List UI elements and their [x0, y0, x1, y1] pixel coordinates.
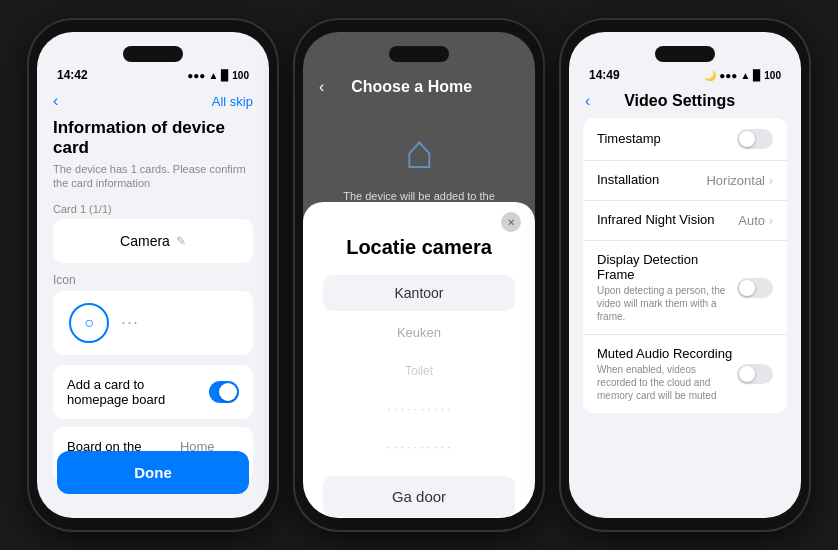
location-toilet[interactable]: Toilet [323, 354, 515, 388]
time-3: 14:49 [589, 68, 620, 82]
modal-title: Locatie camera [303, 232, 535, 275]
status-icons-3: 🌙 ●●● ▲ ▉ 100 [704, 70, 781, 81]
infrared-label: Infrared Night Vision [597, 212, 738, 227]
phone-1: 14:42 ●●● ▲ ▉ 100 ‹ All skip Information… [29, 20, 277, 530]
dynamic-island-1 [123, 46, 183, 62]
muted-audio-label: Muted Audio Recording [597, 346, 737, 361]
allskip-button[interactable]: All skip [212, 94, 253, 109]
modal-close-button[interactable]: ✕ [501, 212, 521, 232]
muted-audio-row: Muted Audio Recording When enabled, vide… [583, 335, 787, 413]
location-dots1: · · · · · · · · · · [323, 392, 515, 426]
battery-icon-1: ▉ [221, 70, 229, 81]
phone-3: 14:49 🌙 ●●● ▲ ▉ 100 ‹ Video Settings Tim… [561, 20, 809, 530]
battery-icon-3: ▉ [753, 70, 761, 81]
dynamic-island-3 [655, 46, 715, 62]
display-detection-row: Display Detection Frame Upon detecting a… [583, 241, 787, 335]
display-detection-sub: Upon detecting a person, the video will … [597, 284, 737, 323]
signal-icon-1: ●●● [187, 70, 205, 81]
ga-door-button[interactable]: Ga door [323, 476, 515, 517]
infrared-value: Auto [738, 213, 765, 228]
muted-audio-toggle[interactable] [737, 364, 773, 384]
nav-bar-1: ‹ All skip [37, 88, 269, 118]
add-card-row: Add a card to homepage board [53, 365, 253, 419]
moon-icon: 🌙 [704, 70, 716, 81]
dynamic-island-2 [389, 46, 449, 62]
installation-value: Horizontal [706, 173, 765, 188]
infrared-row[interactable]: Infrared Night Vision Auto › [583, 201, 787, 241]
house-icon: ⌂ [405, 124, 434, 179]
display-detection-label: Display Detection Frame [597, 252, 737, 282]
done-button[interactable]: Done [57, 451, 249, 494]
card-subtitle: The device has 1 cards. Please confirm t… [53, 162, 253, 191]
location-dots2: · · · · · · · · · · [323, 430, 515, 464]
status-icons-1: ●●● ▲ ▉ 100 [187, 70, 249, 81]
display-detection-toggle[interactable] [737, 278, 773, 298]
infrared-chevron: › [769, 214, 773, 228]
wifi-icon-3: ▲ [740, 70, 750, 81]
timestamp-toggle[interactable] [737, 129, 773, 149]
screen-title-2: Choose a Home [324, 78, 499, 96]
installation-row[interactable]: Installation Horizontal › [583, 161, 787, 201]
camera-name-block: Camera ✎ [53, 219, 253, 263]
nav-bar-2: ‹ Choose a Home [303, 74, 535, 104]
signal-icon-3: ●●● [719, 70, 737, 81]
location-keuken[interactable]: Keuken [323, 315, 515, 350]
installation-chevron: › [769, 174, 773, 188]
battery-pct-1: 100 [232, 70, 249, 81]
camera-name-text: Camera [120, 233, 170, 249]
muted-audio-sub: When enabled, videos recorded to the clo… [597, 363, 737, 402]
battery-pct-3: 100 [764, 70, 781, 81]
settings-nav: ‹ Video Settings [569, 88, 801, 118]
icon-section-label: Icon [37, 273, 269, 287]
modal-header: ✕ [303, 202, 535, 232]
phone-2: ‹ Choose a Home ⌂ The device will be add… [295, 20, 543, 530]
installation-label: Installation [597, 172, 706, 187]
card-title: Information of device card [53, 118, 253, 158]
icon-circle[interactable]: ○ [69, 303, 109, 343]
add-card-label: Add a card to homepage board [67, 377, 209, 407]
icon-selector-row: ○ ··· [53, 291, 253, 355]
edit-icon[interactable]: ✎ [176, 234, 186, 248]
wifi-icon-1: ▲ [208, 70, 218, 81]
time-1: 14:42 [57, 68, 88, 82]
location-list: Kantoor Keuken Toilet · · · · · · · · · … [303, 275, 535, 464]
settings-list: Timestamp Installation Horizontal › Infr… [583, 118, 787, 413]
location-modal: ✕ Locatie camera Kantoor Keuken Toilet ·… [303, 202, 535, 518]
settings-title: Video Settings [590, 92, 769, 110]
timestamp-label: Timestamp [597, 131, 737, 146]
timestamp-row: Timestamp [583, 118, 787, 161]
more-icons-btn[interactable]: ··· [121, 312, 139, 333]
add-card-toggle[interactable] [209, 381, 239, 403]
location-kantoor[interactable]: Kantoor [323, 275, 515, 311]
card-section-label: Card 1 (1/1) [53, 203, 253, 215]
back-button-1[interactable]: ‹ [53, 92, 58, 110]
